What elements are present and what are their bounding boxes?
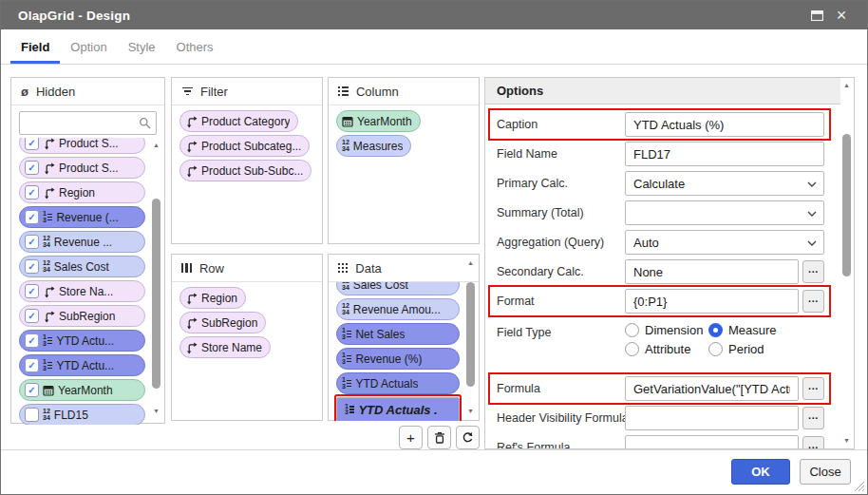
field-pill-label: Store Na...: [59, 285, 113, 298]
scroll-down-icon[interactable]: ▼: [153, 406, 160, 417]
field-checkbox[interactable]: ✓: [25, 138, 39, 150]
filter-panel-header: Filter: [172, 78, 322, 105]
maximize-button[interactable]: [804, 5, 829, 26]
refs-formula-input[interactable]: [625, 435, 799, 449]
hidden-scrollbar[interactable]: ▲ ▼: [150, 140, 162, 417]
ellipsis-button[interactable]: [802, 260, 824, 283]
field-pill[interactable]: Product Sub-Subc...: [179, 160, 311, 181]
field-pill[interactable]: ✓Store Na...: [19, 280, 145, 302]
field-pill[interactable]: 1234FLD15: [19, 404, 145, 425]
header-visibility-formula-input[interactable]: [625, 406, 799, 430]
add-field-button[interactable]: +: [399, 426, 423, 449]
field-pill[interactable]: 1234Sales Cost: [336, 282, 460, 295]
tab-style[interactable]: Style: [118, 29, 166, 64]
scroll-thumb[interactable]: [152, 199, 160, 389]
field-pill[interactable]: ✓SubRegion: [19, 305, 145, 327]
dimension-arrows-icon: [185, 140, 198, 153]
field-pill[interactable]: 1234Revenue Amou...: [336, 298, 460, 320]
delete-field-button[interactable]: [427, 426, 451, 449]
field-pill[interactable]: 13Net Sales: [336, 323, 460, 345]
field-checkbox[interactable]: ✓: [25, 358, 39, 372]
ellipsis-button[interactable]: [802, 377, 824, 400]
scroll-down-icon[interactable]: ▼: [843, 435, 850, 447]
field-pill[interactable]: 13Revenue (%): [336, 348, 460, 370]
field-pill[interactable]: ✓Product S...: [19, 157, 145, 179]
close-button[interactable]: ×: [829, 5, 854, 26]
field-pill[interactable]: Store Name: [179, 336, 271, 358]
secondary-calc-input[interactable]: [625, 259, 799, 284]
primary-calc-select[interactable]: Calculate: [625, 171, 824, 196]
tab-option[interactable]: Option: [60, 29, 117, 64]
tab-field[interactable]: Field: [10, 29, 60, 64]
field-pill[interactable]: ✓Region: [19, 181, 145, 203]
scroll-down-icon[interactable]: ▼: [467, 406, 474, 417]
field-name-input[interactable]: [625, 142, 824, 166]
scroll-thumb[interactable]: [466, 282, 475, 387]
field-checkbox[interactable]: [25, 408, 39, 422]
options-scrollbar[interactable]: ▲ ▼: [840, 80, 853, 447]
field-checkbox[interactable]: ✓: [25, 161, 39, 175]
dialog-close-button[interactable]: Close: [800, 459, 851, 485]
refresh-field-button[interactable]: [456, 426, 480, 449]
aggregation-query-select[interactable]: Auto: [625, 230, 824, 255]
field-pill-label: FLD15: [54, 409, 88, 422]
caption-input[interactable]: [625, 112, 824, 137]
field-pill[interactable]: ✓1234Revenue ...: [19, 231, 145, 253]
field-checkbox[interactable]: ✓: [25, 235, 39, 249]
scroll-thumb[interactable]: [842, 134, 851, 276]
field-checkbox[interactable]: ✓: [25, 284, 39, 298]
field-pill-label: Revenue ...: [54, 236, 112, 249]
field-checkbox[interactable]: ✓: [25, 309, 39, 323]
primary-calc-row: Primary Calc. Calculate: [497, 171, 824, 196]
radio-measure[interactable]: Measure: [708, 323, 824, 337]
ellipsis-button[interactable]: [802, 290, 824, 313]
dimension-arrows-icon: [43, 285, 55, 298]
radio-attribute[interactable]: Attribute: [625, 342, 708, 356]
field-pill[interactable]: ✓1234Sales Cost: [19, 256, 145, 277]
secondary-calc-label: Secondary Calc.: [497, 265, 625, 278]
field-pill[interactable]: ✓13Revenue (...: [19, 206, 145, 228]
field-pill[interactable]: ✓Product S...: [19, 138, 145, 154]
field-pill[interactable]: 1234Measures: [336, 135, 411, 157]
ellipsis-button[interactable]: [802, 407, 824, 429]
field-checkbox[interactable]: ✓: [25, 185, 39, 200]
filter-panel: Filter Product CategoryProduct Subcateg.…: [171, 77, 323, 244]
radio-dimension[interactable]: Dimension: [625, 323, 708, 337]
field-pill[interactable]: ✓13YTD Actu...: [19, 330, 145, 352]
tab-others[interactable]: Others: [166, 29, 224, 64]
dimension-arrows-icon: [185, 341, 198, 354]
field-pill[interactable]: ✓YearMonth: [19, 379, 145, 401]
scroll-up-icon[interactable]: ▲: [467, 257, 474, 269]
field-pill[interactable]: Region: [179, 287, 246, 309]
field-checkbox[interactable]: ✓: [25, 210, 39, 224]
field-checkbox[interactable]: ✓: [25, 333, 39, 348]
field-pill[interactable]: Product Subcateg...: [179, 135, 310, 157]
format-input[interactable]: [625, 289, 799, 314]
formula-label: Formula: [497, 382, 625, 395]
data-scrollbar[interactable]: ▲ ▼: [464, 257, 477, 417]
field-pill-label: Measures: [353, 140, 404, 153]
field-pill[interactable]: 13YTD Actuals: [336, 372, 460, 394]
data-panel-title: Data: [355, 261, 381, 276]
scroll-up-icon[interactable]: ▲: [153, 140, 160, 151]
resize-grip[interactable]: [854, 481, 864, 491]
summary-total-select[interactable]: [625, 200, 824, 225]
filter-field-list: Product CategoryProduct Subcateg...Produ…: [172, 105, 322, 184]
field-pill[interactable]: SubRegion: [179, 312, 266, 333]
ok-button[interactable]: OK: [731, 459, 790, 485]
field-checkbox[interactable]: ✓: [25, 383, 39, 397]
radio-period[interactable]: Period: [708, 342, 824, 356]
field-pill[interactable]: Product Category: [179, 110, 298, 132]
ellipsis-button[interactable]: [802, 436, 824, 449]
field-pill[interactable]: YearMonth: [336, 110, 421, 132]
formula-input[interactable]: [625, 376, 799, 401]
scroll-up-icon[interactable]: ▲: [843, 80, 850, 91]
field-pill[interactable]: ✓13YTD Actu...: [19, 354, 145, 376]
hidden-eye-off-icon: ø: [21, 86, 28, 98]
chevron-down-icon: [807, 181, 817, 187]
title-bar[interactable]: OlapGrid - Design ×: [1, 1, 867, 29]
search-input[interactable]: [19, 111, 157, 135]
field-checkbox[interactable]: ✓: [25, 259, 39, 274]
field-pill[interactable]: 13YTD Actuals ...: [336, 397, 460, 421]
secondary-calc-row: Secondary Calc.: [497, 259, 824, 284]
